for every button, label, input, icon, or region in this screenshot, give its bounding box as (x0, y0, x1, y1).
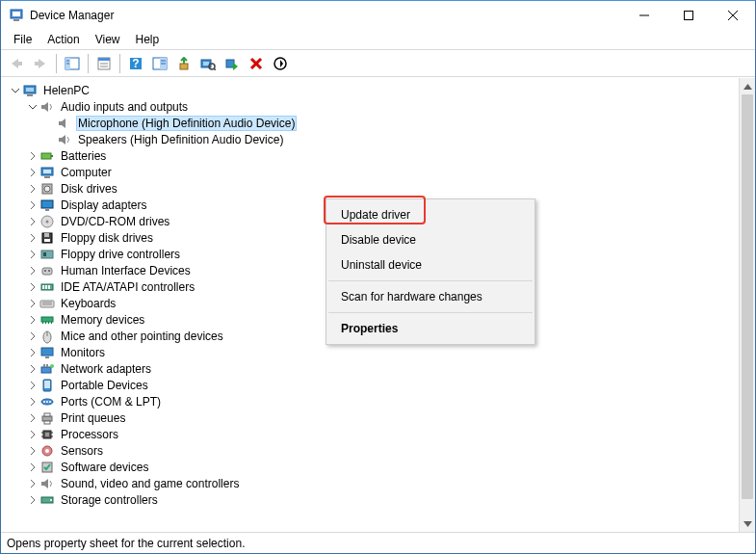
tree-category[interactable]: Monitors (3, 344, 739, 360)
console-tree-button[interactable] (61, 52, 84, 75)
context-properties[interactable]: Properties (327, 316, 534, 341)
chevron-right-icon[interactable] (26, 493, 39, 507)
context-update-driver[interactable]: Update driver (327, 202, 534, 227)
scroll-track[interactable] (740, 94, 755, 515)
tree-device-speakers[interactable]: Speakers (High Definition Audio Device) (3, 131, 739, 147)
chevron-right-icon[interactable] (26, 428, 39, 441)
svg-rect-63 (45, 322, 46, 324)
tree-device-microphone[interactable]: Microphone (High Definition Audio Device… (3, 115, 739, 131)
software-icon (39, 460, 55, 475)
tree-category[interactable]: Sound, video and game controllers (3, 475, 739, 491)
svg-rect-7 (17, 62, 22, 66)
properties-button[interactable] (92, 52, 116, 75)
tree-category[interactable]: Print queues (3, 409, 739, 426)
tree-category[interactable]: Software devices (3, 459, 739, 475)
tree-category[interactable]: Portable Devices (3, 377, 739, 393)
svg-rect-42 (41, 200, 53, 208)
chevron-down-icon[interactable] (26, 100, 39, 114)
tree-category[interactable]: Sensors (3, 442, 739, 459)
context-uninstall-device[interactable]: Uninstall device (327, 252, 534, 277)
tree-category-label: IDE ATA/ATAPI controllers (59, 280, 196, 294)
forward-button[interactable] (29, 52, 52, 75)
menu-action[interactable]: Action (40, 31, 86, 48)
scroll-thumb[interactable] (742, 94, 753, 499)
chevron-right-icon[interactable] (26, 215, 39, 228)
tree-root[interactable]: HelenPC (3, 82, 739, 98)
storage-icon (39, 492, 55, 508)
separator-icon (88, 54, 89, 73)
svg-rect-14 (98, 58, 110, 61)
svg-rect-61 (41, 317, 53, 322)
tree-category-label: Storage controllers (59, 493, 160, 507)
close-button[interactable] (711, 1, 755, 30)
chevron-right-icon[interactable] (26, 297, 39, 310)
svg-point-93 (50, 499, 52, 501)
action-toolbar-button[interactable] (148, 52, 171, 75)
scroll-up-icon[interactable] (740, 78, 755, 94)
tree-category-label: Sensors (59, 444, 105, 458)
update-driver-button[interactable] (172, 52, 196, 75)
disable-device-button[interactable] (221, 52, 244, 75)
chevron-right-icon[interactable] (26, 231, 39, 245)
menu-help[interactable]: Help (129, 31, 167, 48)
chevron-right-icon[interactable] (26, 395, 39, 409)
svg-rect-23 (180, 64, 188, 69)
svg-text:?: ? (132, 57, 139, 70)
tree-category-label: Computer (59, 166, 114, 179)
chevron-right-icon[interactable] (26, 411, 39, 425)
printer-icon (39, 410, 55, 426)
context-disable-device[interactable]: Disable device (327, 227, 534, 252)
maximize-button[interactable] (666, 1, 711, 30)
chevron-right-icon[interactable] (26, 149, 39, 163)
tree-category-audio[interactable]: Audio inputs and outputs (3, 98, 739, 115)
scan-hardware-button[interactable] (196, 52, 220, 75)
menu-file[interactable]: File (7, 31, 39, 48)
svg-rect-1 (13, 12, 20, 16)
tree-category[interactable]: Network adapters (3, 360, 739, 377)
chevron-right-icon[interactable] (26, 166, 39, 179)
chevron-right-icon[interactable] (26, 264, 39, 277)
chevron-right-icon[interactable] (26, 248, 39, 261)
tree-category-label: Human Interface Devices (59, 264, 193, 277)
help-button[interactable]: ? (124, 52, 147, 75)
tree-category-label: Mice and other pointing devices (59, 330, 225, 343)
chevron-right-icon[interactable] (26, 477, 39, 490)
chevron-down-icon[interactable] (9, 84, 22, 97)
svg-rect-56 (45, 285, 47, 289)
chevron-right-icon[interactable] (26, 280, 39, 294)
chevron-right-icon[interactable] (26, 330, 39, 343)
chevron-right-icon[interactable] (26, 362, 39, 376)
svg-rect-64 (48, 322, 49, 324)
chevron-right-icon[interactable] (26, 313, 39, 327)
tree-category[interactable]: Storage controllers (3, 491, 739, 508)
vertical-scrollbar[interactable] (739, 78, 755, 532)
chevron-right-icon[interactable] (26, 379, 39, 392)
titlebar[interactable]: Device Manager (1, 1, 755, 30)
svg-rect-70 (41, 367, 51, 373)
svg-rect-34 (27, 94, 33, 96)
svg-line-27 (214, 68, 216, 70)
tree-category[interactable]: Batteries (3, 147, 739, 164)
tree-category[interactable]: Computer (3, 164, 739, 180)
add-legacy-button[interactable] (269, 52, 292, 75)
menu-view[interactable]: View (89, 31, 127, 48)
svg-rect-80 (42, 416, 52, 421)
uninstall-device-button[interactable] (245, 52, 268, 75)
scroll-down-icon[interactable] (740, 515, 755, 532)
chevron-right-icon[interactable] (26, 198, 39, 212)
chevron-right-icon[interactable] (26, 182, 39, 196)
svg-rect-50 (43, 252, 46, 256)
context-menu: Update driver Disable device Uninstall d… (326, 198, 535, 345)
floppy-controller-icon (39, 247, 55, 262)
tree-category[interactable]: Ports (COM & LPT) (3, 393, 739, 409)
chevron-right-icon[interactable] (26, 444, 39, 458)
context-scan-hardware[interactable]: Scan for hardware changes (327, 284, 534, 309)
chevron-right-icon[interactable] (26, 461, 39, 474)
chevron-right-icon[interactable] (26, 346, 39, 359)
tree-category[interactable]: Disk drives (3, 180, 739, 197)
back-button[interactable] (5, 52, 28, 75)
separator-icon (56, 54, 57, 73)
minimize-button[interactable] (622, 1, 666, 30)
tree-category[interactable]: Processors (3, 426, 739, 442)
separator-icon (328, 312, 533, 313)
